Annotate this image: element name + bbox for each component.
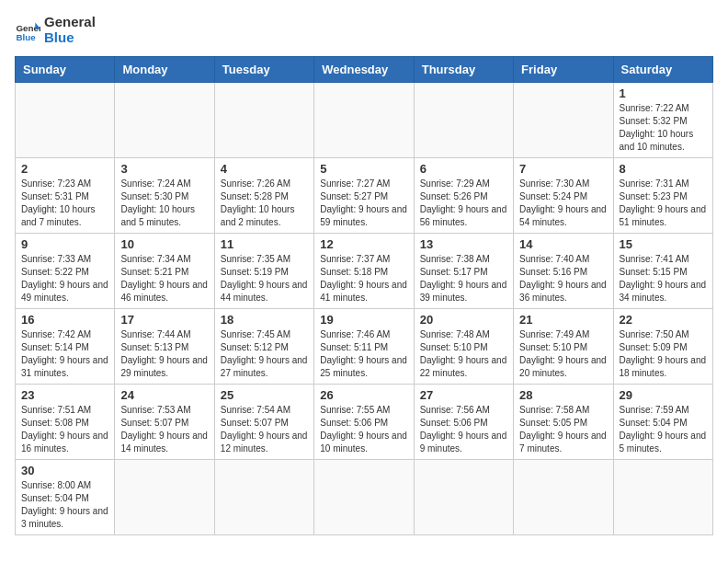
day-number: 13 (420, 237, 507, 251)
calendar-cell: 25Sunrise: 7:54 AM Sunset: 5:07 PM Dayli… (214, 385, 313, 460)
day-number: 19 (320, 313, 407, 327)
day-info: Sunrise: 7:27 AM Sunset: 5:27 PM Dayligh… (320, 178, 407, 229)
weekday-header-monday: Monday (115, 57, 214, 83)
calendar-cell (414, 83, 513, 158)
day-info: Sunrise: 7:31 AM Sunset: 5:23 PM Dayligh… (620, 178, 707, 229)
day-info: Sunrise: 7:59 AM Sunset: 5:04 PM Dayligh… (620, 404, 707, 455)
weekday-header-wednesday: Wednesday (314, 57, 414, 83)
page-header: General Blue General Blue (15, 15, 713, 45)
day-number: 9 (21, 237, 108, 251)
day-number: 25 (221, 388, 308, 402)
day-info: Sunrise: 7:33 AM Sunset: 5:22 PM Dayligh… (21, 253, 108, 304)
calendar-cell: 18Sunrise: 7:45 AM Sunset: 5:12 PM Dayli… (214, 309, 313, 385)
day-info: Sunrise: 7:45 AM Sunset: 5:12 PM Dayligh… (221, 328, 308, 380)
day-number: 14 (519, 237, 607, 251)
calendar-cell: 15Sunrise: 7:41 AM Sunset: 5:15 PM Dayli… (613, 234, 712, 309)
weekday-header-thursday: Thursday (414, 57, 513, 83)
calendar-cell (115, 460, 214, 535)
calendar-cell (414, 460, 513, 535)
calendar-cell: 7Sunrise: 7:30 AM Sunset: 5:24 PM Daylig… (514, 158, 613, 234)
day-number: 23 (21, 388, 108, 402)
calendar-week-row: 1Sunrise: 7:22 AM Sunset: 5:32 PM Daylig… (16, 83, 713, 158)
calendar-cell: 10Sunrise: 7:34 AM Sunset: 5:21 PM Dayli… (115, 234, 214, 309)
day-number: 10 (120, 237, 208, 251)
day-info: Sunrise: 7:46 AM Sunset: 5:11 PM Dayligh… (320, 328, 407, 380)
calendar-cell: 3Sunrise: 7:24 AM Sunset: 5:30 PM Daylig… (115, 158, 214, 234)
day-number: 5 (320, 162, 407, 176)
calendar-header-row: SundayMondayTuesdayWednesdayThursdayFrid… (16, 57, 713, 83)
calendar-cell (314, 83, 414, 158)
day-number: 16 (21, 313, 108, 327)
day-info: Sunrise: 7:51 AM Sunset: 5:08 PM Dayligh… (21, 404, 108, 455)
day-info: Sunrise: 7:53 AM Sunset: 5:07 PM Dayligh… (120, 404, 208, 455)
calendar-cell: 27Sunrise: 7:56 AM Sunset: 5:06 PM Dayli… (414, 385, 513, 460)
day-number: 8 (620, 162, 707, 176)
day-info: Sunrise: 8:00 AM Sunset: 5:04 PM Dayligh… (21, 479, 108, 531)
day-number: 26 (320, 388, 407, 402)
day-number: 29 (620, 388, 707, 402)
calendar-cell: 13Sunrise: 7:38 AM Sunset: 5:17 PM Dayli… (414, 234, 513, 309)
calendar-cell: 21Sunrise: 7:49 AM Sunset: 5:10 PM Dayli… (514, 309, 613, 385)
day-number: 28 (519, 388, 607, 402)
day-info: Sunrise: 7:30 AM Sunset: 5:24 PM Dayligh… (519, 178, 607, 229)
day-info: Sunrise: 7:38 AM Sunset: 5:17 PM Dayligh… (420, 253, 507, 304)
calendar-cell (214, 83, 313, 158)
weekday-header-sunday: Sunday (16, 57, 115, 83)
calendar-cell: 4Sunrise: 7:26 AM Sunset: 5:28 PM Daylig… (214, 158, 313, 234)
calendar-cell: 22Sunrise: 7:50 AM Sunset: 5:09 PM Dayli… (613, 309, 712, 385)
day-number: 21 (519, 313, 607, 327)
calendar-cell: 2Sunrise: 7:23 AM Sunset: 5:31 PM Daylig… (16, 158, 115, 234)
calendar-cell: 8Sunrise: 7:31 AM Sunset: 5:23 PM Daylig… (613, 158, 712, 234)
day-info: Sunrise: 7:58 AM Sunset: 5:05 PM Dayligh… (519, 404, 607, 455)
day-info: Sunrise: 7:49 AM Sunset: 5:10 PM Dayligh… (519, 328, 607, 380)
calendar-cell (314, 460, 414, 535)
day-number: 4 (221, 162, 308, 176)
day-info: Sunrise: 7:50 AM Sunset: 5:09 PM Dayligh… (620, 328, 707, 380)
day-info: Sunrise: 7:55 AM Sunset: 5:06 PM Dayligh… (320, 404, 407, 455)
calendar-cell: 6Sunrise: 7:29 AM Sunset: 5:26 PM Daylig… (414, 158, 513, 234)
calendar-cell: 5Sunrise: 7:27 AM Sunset: 5:27 PM Daylig… (314, 158, 414, 234)
day-number: 24 (120, 388, 208, 402)
calendar-week-row: 9Sunrise: 7:33 AM Sunset: 5:22 PM Daylig… (16, 234, 713, 309)
calendar-cell: 26Sunrise: 7:55 AM Sunset: 5:06 PM Dayli… (314, 385, 414, 460)
calendar-cell: 9Sunrise: 7:33 AM Sunset: 5:22 PM Daylig… (16, 234, 115, 309)
weekday-header-tuesday: Tuesday (214, 57, 313, 83)
day-number: 27 (420, 388, 507, 402)
day-info: Sunrise: 7:37 AM Sunset: 5:18 PM Dayligh… (320, 253, 407, 304)
day-info: Sunrise: 7:44 AM Sunset: 5:13 PM Dayligh… (120, 328, 208, 380)
day-info: Sunrise: 7:48 AM Sunset: 5:10 PM Dayligh… (420, 328, 507, 380)
day-number: 20 (420, 313, 507, 327)
calendar-cell: 28Sunrise: 7:58 AM Sunset: 5:05 PM Dayli… (514, 385, 613, 460)
calendar-cell (115, 83, 214, 158)
calendar-cell: 1Sunrise: 7:22 AM Sunset: 5:32 PM Daylig… (613, 83, 712, 158)
calendar-cell: 24Sunrise: 7:53 AM Sunset: 5:07 PM Dayli… (115, 385, 214, 460)
calendar-cell (514, 83, 613, 158)
calendar-cell: 17Sunrise: 7:44 AM Sunset: 5:13 PM Dayli… (115, 309, 214, 385)
day-number: 30 (21, 464, 108, 477)
calendar-cell: 19Sunrise: 7:46 AM Sunset: 5:11 PM Dayli… (314, 309, 414, 385)
weekday-header-friday: Friday (514, 57, 613, 83)
day-info: Sunrise: 7:29 AM Sunset: 5:26 PM Dayligh… (420, 178, 507, 229)
day-number: 7 (519, 162, 607, 176)
calendar-cell: 12Sunrise: 7:37 AM Sunset: 5:18 PM Dayli… (314, 234, 414, 309)
calendar-cell: 29Sunrise: 7:59 AM Sunset: 5:04 PM Dayli… (613, 385, 712, 460)
calendar-cell: 14Sunrise: 7:40 AM Sunset: 5:16 PM Dayli… (514, 234, 613, 309)
day-info: Sunrise: 7:42 AM Sunset: 5:14 PM Dayligh… (21, 328, 108, 380)
day-number: 11 (221, 237, 308, 251)
weekday-header-saturday: Saturday (613, 57, 712, 83)
calendar-cell: 23Sunrise: 7:51 AM Sunset: 5:08 PM Dayli… (16, 385, 115, 460)
day-number: 18 (221, 313, 308, 327)
day-info: Sunrise: 7:34 AM Sunset: 5:21 PM Dayligh… (120, 253, 208, 304)
calendar-week-row: 2Sunrise: 7:23 AM Sunset: 5:31 PM Daylig… (16, 158, 713, 234)
logo-general: General (44, 15, 96, 30)
day-info: Sunrise: 7:24 AM Sunset: 5:30 PM Dayligh… (120, 178, 208, 229)
calendar-cell (16, 83, 115, 158)
day-info: Sunrise: 7:35 AM Sunset: 5:19 PM Dayligh… (221, 253, 308, 304)
day-info: Sunrise: 7:41 AM Sunset: 5:15 PM Dayligh… (620, 253, 707, 304)
day-info: Sunrise: 7:56 AM Sunset: 5:06 PM Dayligh… (420, 404, 507, 455)
day-number: 2 (21, 162, 108, 176)
day-number: 22 (620, 313, 707, 327)
day-info: Sunrise: 7:22 AM Sunset: 5:32 PM Dayligh… (620, 102, 707, 154)
logo-blue: Blue (44, 30, 96, 46)
svg-text:Blue: Blue (16, 32, 36, 42)
